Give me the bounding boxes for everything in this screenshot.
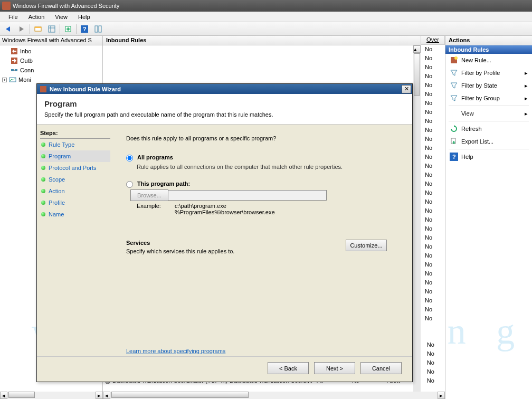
menu-file[interactable]: File — [3, 13, 23, 21]
cancel-button[interactable]: Cancel — [360, 362, 402, 374]
action-filter-state[interactable]: Filter by State▸ — [445, 79, 532, 92]
arrow-back-icon — [6, 26, 10, 32]
override-cell: No — [423, 198, 443, 207]
actions-panel: Actions Inbound Rules New Rule... Filter… — [445, 36, 532, 399]
close-button[interactable]: ✕ — [402, 85, 411, 93]
action-filter-profile[interactable]: Filter by Profile▸ — [445, 66, 532, 79]
tb-btn-2[interactable] — [46, 23, 58, 35]
override-cell: No — [423, 63, 443, 72]
app-icon — [2, 2, 11, 10]
override-cell: No — [423, 126, 443, 135]
example-label: Example: — [137, 203, 175, 215]
wizard-titlebar[interactable]: New Inbound Rule Wizard ✕ — [37, 84, 412, 94]
customize-button[interactable]: Customize... — [346, 240, 387, 251]
learn-link[interactable]: Learn more about specifying programs — [126, 348, 225, 354]
example-2: %ProgramFiles%\browser\browser.exe — [175, 209, 275, 215]
action-view[interactable]: View▸ — [445, 107, 532, 120]
tb-btn-3[interactable] — [62, 23, 74, 35]
action-refresh[interactable]: Refresh — [445, 122, 532, 135]
actions-section: Inbound Rules — [445, 45, 532, 54]
override-cell: No — [423, 171, 443, 180]
override-cell: No — [423, 162, 443, 171]
arrow-forward-icon — [20, 26, 24, 32]
actions-header: Actions — [445, 36, 532, 45]
override-cell: No — [423, 153, 443, 162]
svg-rect-8 — [95, 26, 98, 32]
override-cell: No — [423, 72, 443, 81]
override-cell: No — [423, 81, 443, 90]
wizard-buttons: < Back Next > Cancel — [37, 356, 412, 379]
main: accu w e b h o s t i n g Windows Firewal… — [0, 36, 532, 399]
svg-rect-1 — [35, 27, 41, 28]
override-cell: No — [423, 189, 443, 198]
wizard-content: Does this rule apply to all programs or … — [113, 125, 412, 356]
radio-all-programs[interactable] — [126, 155, 133, 162]
steps-header: Steps: — [40, 129, 110, 139]
tree-scroll-right[interactable]: ▸ — [96, 392, 103, 399]
override-cell: No — [423, 99, 443, 108]
window-title: Windows Firewall with Advanced Security — [13, 3, 119, 9]
back-button[interactable]: < Back — [268, 362, 309, 374]
wizard-question: Does this rule apply to all programs or … — [126, 135, 400, 141]
override-cell: No — [423, 207, 443, 216]
menubar: File Action View Help — [0, 12, 532, 22]
action-new-rule[interactable]: New Rule... — [445, 54, 532, 66]
override-cell: No — [423, 261, 443, 270]
radio-program-path[interactable] — [126, 181, 133, 188]
menu-action[interactable]: Action — [23, 13, 50, 21]
next-button[interactable]: Next > — [314, 362, 355, 374]
back-button[interactable] — [2, 23, 14, 35]
action-export[interactable]: Export List... — [445, 135, 532, 148]
wizard-header: Program Specify the full program path an… — [37, 94, 412, 125]
menu-help[interactable]: Help — [73, 13, 96, 21]
override-cell: No — [423, 252, 443, 261]
override-cell: No — [423, 243, 443, 252]
wizard-dialog: New Inbound Rule Wizard ✕ Program Specif… — [36, 83, 413, 382]
step-program[interactable]: Program — [40, 150, 110, 162]
center-header: Inbound Rules — [103, 36, 445, 45]
override-cell: No — [423, 306, 443, 315]
override-cell: No — [423, 54, 443, 63]
action-help[interactable]: ?Help — [445, 150, 532, 163]
titlebar: Windows Firewall with Advanced Security — [0, 0, 532, 12]
wizard-steps: Steps: Rule TypeProgramProtocol and Port… — [37, 125, 113, 356]
override-cell: No — [423, 117, 443, 126]
all-programs-sub: Rule applies to all connections on the c… — [137, 164, 400, 170]
override-cell: No — [423, 279, 443, 288]
step-protocol-and-ports[interactable]: Protocol and Ports — [40, 162, 110, 174]
step-profile[interactable]: Profile — [40, 197, 110, 208]
step-rule-type[interactable]: Rule Type — [40, 139, 110, 150]
tb-btn-5[interactable] — [92, 23, 104, 35]
override-cell: No — [423, 135, 443, 144]
tree-item-connection[interactable]: Conn — [1, 65, 101, 75]
svg-rect-2 — [49, 26, 55, 32]
col-override-header[interactable]: Over — [421, 36, 445, 45]
override-cell: No — [423, 180, 443, 189]
label-program-path[interactable]: This program path: — [137, 180, 190, 187]
tree-header: Windows Firewall with Advanced S — [0, 36, 102, 45]
label-all-programs[interactable]: All programs — [137, 154, 173, 160]
menu-view[interactable]: View — [50, 13, 73, 21]
tree-scroll-left[interactable]: ◂ — [0, 392, 7, 399]
override-cell: No — [423, 225, 443, 234]
list-hscroll[interactable]: ◂ ▸ — [103, 392, 445, 399]
tb-btn-1[interactable] — [32, 23, 44, 35]
tree-item-outbound[interactable]: Outb — [1, 56, 101, 65]
override-cell: No — [423, 288, 443, 297]
step-name[interactable]: Name — [40, 208, 110, 220]
wizard-heading: Program — [44, 99, 405, 108]
action-filter-group[interactable]: Filter by Group▸ — [445, 92, 532, 104]
svg-text:?: ? — [452, 154, 456, 160]
override-cell: No — [423, 297, 443, 306]
tree-item-inbound[interactable]: Inbo — [1, 46, 101, 56]
override-cell: No — [423, 90, 443, 99]
svg-rect-9 — [99, 26, 101, 32]
svg-rect-12 — [11, 69, 14, 71]
browse-button: Browse... — [130, 189, 168, 201]
expand-icon[interactable]: + — [2, 78, 7, 82]
forward-button[interactable] — [16, 23, 27, 35]
wizard-icon — [39, 85, 48, 93]
tb-help-button[interactable]: ? — [79, 23, 90, 35]
step-action[interactable]: Action — [40, 185, 110, 197]
step-scope[interactable]: Scope — [40, 174, 110, 185]
